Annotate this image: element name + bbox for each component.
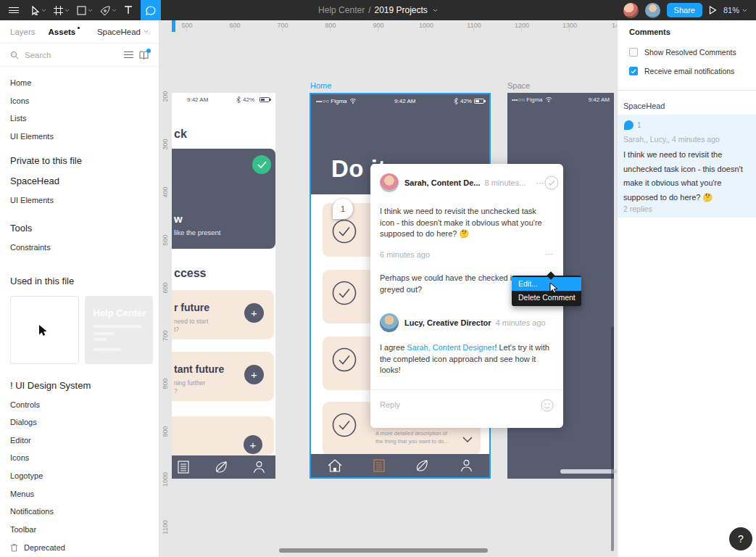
- list-view-button[interactable]: [124, 51, 133, 59]
- add-button[interactable]: +: [244, 435, 262, 454]
- component-thumbnail-help-center[interactable]: Help Center: [85, 296, 154, 364]
- sidebar-item-ui-elements[interactable]: UI Elements: [0, 128, 159, 146]
- shape-tool-button[interactable]: [73, 0, 96, 20]
- comments-panel-title: Comments: [629, 28, 670, 36]
- sidebar-item-logotype[interactable]: Logotype: [0, 467, 159, 485]
- library-button[interactable]: [139, 51, 149, 59]
- profile-nav-icon[interactable]: [253, 461, 265, 474]
- sidebar-item-icons[interactable]: Icons: [0, 92, 159, 110]
- check-circle-icon[interactable]: [332, 281, 357, 305]
- canvas-vertical-scrollbar[interactable]: [611, 326, 614, 551]
- chevron-down-icon[interactable]: [88, 9, 93, 12]
- present-icon[interactable]: [709, 6, 717, 15]
- main-menu-button[interactable]: [0, 0, 28, 20]
- checkbox-unchecked[interactable]: [629, 48, 638, 57]
- sidebar-item-home[interactable]: Home: [0, 74, 159, 92]
- card-subtitle: need to start: [174, 318, 208, 325]
- sidebar-item-notifications[interactable]: Notifications: [0, 503, 159, 521]
- ruler-tick-label: 700: [277, 22, 288, 29]
- sidebar-page-spacehead[interactable]: SpaceHead: [0, 171, 159, 191]
- list-nav-icon-active[interactable]: [373, 459, 385, 472]
- comment-tool-button-active[interactable]: [141, 0, 161, 20]
- menu-item-edit[interactable]: Edit...: [512, 277, 581, 291]
- task-card[interactable]: tant future ning further ? +: [172, 352, 274, 401]
- canvas[interactable]: 500 600 700 800 900 1000 1100 1200 1300 …: [159, 20, 617, 557]
- card-subtitle: ?: [174, 387, 178, 395]
- chevron-down-icon[interactable]: [462, 437, 473, 442]
- checkmark-icon: [631, 69, 636, 74]
- user-mention[interactable]: Sarah, Content Designer: [407, 343, 494, 352]
- profile-nav-icon[interactable]: [460, 459, 473, 472]
- hero-card[interactable]: w like the present: [172, 149, 275, 249]
- check-circle-icon[interactable]: [332, 219, 357, 244]
- tab-layers[interactable]: Layers: [10, 28, 36, 36]
- add-button[interactable]: +: [244, 365, 264, 384]
- reply-input[interactable]: [380, 400, 525, 409]
- pen-tool-button[interactable]: [96, 0, 120, 20]
- home-nav-icon[interactable]: [328, 459, 342, 472]
- chevron-down-icon[interactable]: [112, 9, 117, 12]
- sidebar-item-constraints[interactable]: Constraints: [0, 239, 159, 257]
- email-notifications-row[interactable]: Receive email notifications: [629, 67, 734, 75]
- sidebar-header-tools: Tools: [0, 218, 159, 239]
- status-carrier: •••○○ Figma: [316, 98, 347, 104]
- chevron-down-icon[interactable]: [433, 9, 438, 12]
- figma-app: Help Center / 2019 Projects Share 81% La…: [0, 0, 756, 557]
- comment-timestamp: 4 minutes ago: [496, 318, 546, 327]
- canvas-horizontal-scrollbar[interactable]: [279, 548, 488, 553]
- status-battery-percent: 42%: [243, 96, 254, 103]
- comment-pin[interactable]: 1: [333, 199, 353, 219]
- check-circle-icon[interactable]: [332, 413, 357, 437]
- emoji-button[interactable]: [541, 399, 554, 413]
- add-button[interactable]: +: [244, 303, 264, 323]
- search-input[interactable]: [25, 51, 118, 59]
- breadcrumb-separator: /: [368, 5, 370, 15]
- chevron-down-icon[interactable]: [41, 9, 46, 12]
- thread-preview: I think we need to revisit the unchecked…: [623, 148, 751, 205]
- frame-label-home[interactable]: Home: [310, 81, 331, 90]
- thread-participants: Sarah,, Lucy,, 4 minutes ago: [623, 135, 720, 144]
- checkbox-checked[interactable]: [629, 67, 638, 75]
- comment-more-button[interactable]: ⋯: [536, 178, 544, 188]
- comment-thread-item[interactable]: 1 Sarah,, Lucy,, 4 minutes ago I think w…: [618, 115, 756, 218]
- help-button[interactable]: ?: [729, 527, 752, 550]
- resolve-comment-button[interactable]: [544, 176, 559, 190]
- ruler-tick-label: 1000: [162, 468, 169, 491]
- text-tool-button[interactable]: [120, 0, 136, 20]
- breadcrumb-file[interactable]: 2019 Projects: [374, 5, 427, 15]
- sidebar-item-editor[interactable]: Editor: [0, 432, 159, 450]
- sidebar-item-toolbar[interactable]: Toolbar: [0, 521, 159, 539]
- comment-more-button[interactable]: ⋯: [545, 249, 554, 259]
- frame-tool-button[interactable]: [50, 0, 73, 20]
- ruler-tick-label: 300: [162, 133, 169, 156]
- show-resolved-row[interactable]: Show Resolved Comments: [629, 48, 736, 57]
- menu-item-delete-comment[interactable]: Delete Comment: [512, 291, 581, 305]
- leaf-nav-icon[interactable]: [215, 461, 228, 474]
- cursor-arrow-icon: [38, 324, 49, 337]
- leaf-nav-icon[interactable]: [415, 460, 429, 472]
- breadcrumb-project[interactable]: Help Center: [318, 5, 365, 15]
- tab-assets[interactable]: Assets: [49, 28, 76, 36]
- sidebar-item-deprecated[interactable]: Deprecated: [0, 538, 159, 556]
- page-selector[interactable]: SpaceHead: [97, 28, 149, 36]
- list-nav-icon[interactable]: [178, 461, 189, 474]
- sidebar-item-ui-elements-2[interactable]: UI Elements: [0, 191, 159, 210]
- move-tool-button[interactable]: [28, 0, 50, 20]
- component-thumbnail-cursor[interactable]: [10, 296, 79, 364]
- frame-left-phone[interactable]: 9:42 AM 42% ck w like the present ccess …: [172, 93, 275, 479]
- collaborator-avatar[interactable]: [645, 3, 660, 18]
- frame-label-space[interactable]: Space: [507, 81, 530, 90]
- collaborator-avatar[interactable]: [623, 3, 639, 18]
- chevron-down-icon[interactable]: [65, 9, 70, 12]
- share-button[interactable]: Share: [667, 3, 702, 17]
- check-circle-icon[interactable]: [332, 347, 357, 372]
- sidebar-item-menus[interactable]: Menus: [0, 485, 159, 503]
- wifi-icon: [545, 96, 552, 102]
- sidebar-item-lists[interactable]: Lists: [0, 110, 159, 128]
- pen-tool-icon: [100, 6, 110, 15]
- zoom-menu[interactable]: 81%: [723, 6, 747, 15]
- sidebar-item-dialogs[interactable]: Dialogs: [0, 413, 159, 432]
- task-card[interactable]: r future need to start t? +: [172, 290, 274, 339]
- sidebar-item-icons-ds[interactable]: Icons: [0, 449, 159, 467]
- sidebar-item-controls[interactable]: Controls: [0, 396, 159, 414]
